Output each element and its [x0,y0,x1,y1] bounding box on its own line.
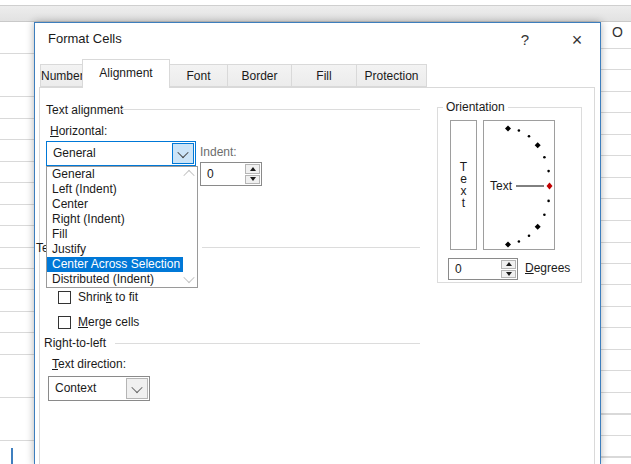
option-right-indent[interactable]: Right (Indent) [47,212,183,227]
horizontal-combobox-dropdown-button[interactable] [172,143,194,164]
orientation-dial-graphic: Text [484,121,554,249]
indent-value: 0 [207,167,214,181]
worksheet-grid-right [601,28,631,464]
list-scroll-down[interactable] [183,275,195,283]
orientation-dial[interactable]: Text [483,120,555,250]
option-center-across-selection[interactable]: Center Across Selection [47,257,183,272]
dialog-title: Format Cells [48,31,122,46]
indent-down-button[interactable] [245,175,260,185]
degrees-label: Degrees [525,261,570,275]
text-alignment-group-label: Text alignment [46,103,123,117]
indent-up-button[interactable] [245,164,260,174]
shrink-to-fit-label: Shrink to fit [78,290,138,304]
option-distributed-indent[interactable]: Distributed (Indent) [47,272,183,287]
selection-border-fragment [11,448,13,464]
option-justify[interactable]: Justify [47,242,183,257]
chevron-down-icon [183,272,194,283]
worksheet-grid-left [0,22,34,464]
close-icon[interactable]: × [563,28,591,52]
help-icon[interactable]: ? [511,28,539,52]
option-general[interactable]: General [47,167,183,182]
text-direction-combobox[interactable]: Context [48,376,150,401]
chevron-down-icon [177,146,188,157]
list-scroll-up[interactable] [183,170,195,178]
horizontal-combobox[interactable]: General [46,141,196,166]
indent-spinner [245,164,260,184]
right-to-left-group-line [115,343,420,344]
degrees-up-button[interactable] [501,260,516,269]
spinner-down-icon [250,177,256,181]
option-left-indent[interactable]: Left (Indent) [47,182,183,197]
horizontal-combobox-value: General [53,146,96,160]
screen: O Format Cells ? × Number Alignment Font… [0,0,631,464]
spinner-up-icon [506,262,512,266]
text-direction-dropdown-button[interactable] [126,378,148,399]
merge-cells-checkbox[interactable] [58,316,71,329]
column-header-letter: O [612,24,630,40]
tab-border[interactable]: Border [227,64,292,87]
option-center[interactable]: Center [47,197,183,212]
column-header-band [0,6,631,22]
degrees-spinner [501,260,516,278]
shrink-to-fit-checkbox[interactable] [58,291,71,304]
text-alignment-group-line [119,109,420,110]
spinner-up-icon [250,167,256,171]
right-to-left-group-label: Right-to-left [44,336,106,350]
degrees-down-button[interactable] [501,270,516,279]
text-direction-value: Context [55,381,96,395]
horizontal-dropdown-list: General Left (Indent) Center Right (Inde… [46,166,198,288]
text-control-group-line [202,247,420,248]
tab-number[interactable]: Number [40,64,84,87]
merge-cells-label: Merge cells [78,315,139,329]
tab-alignment[interactable]: Alignment [82,59,170,88]
option-fill[interactable]: Fill [47,227,183,242]
degrees-spinbox[interactable]: 0 [448,258,518,280]
tab-protection[interactable]: Protection [356,64,427,87]
chevron-up-icon [183,170,194,181]
dial-text-label: Text [490,179,513,193]
orientation-group-label: Orientation [443,100,508,114]
indent-spinbox[interactable]: 0 [200,162,262,186]
tab-font[interactable]: Font [169,64,228,87]
text-direction-label: Text direction: [52,357,126,371]
indent-label: Indent: [200,145,237,159]
horizontal-label: Horizontal: [50,124,107,138]
spinner-down-icon [506,272,512,276]
chevron-down-icon [131,381,142,392]
tab-fill[interactable]: Fill [291,64,357,87]
degrees-value: 0 [455,262,462,276]
format-cells-dialog: Format Cells ? × Number Alignment Font B… [34,22,601,464]
vertical-text-letters: T e x t [451,121,476,249]
orientation-vertical-text-control[interactable]: T e x t [450,120,477,250]
